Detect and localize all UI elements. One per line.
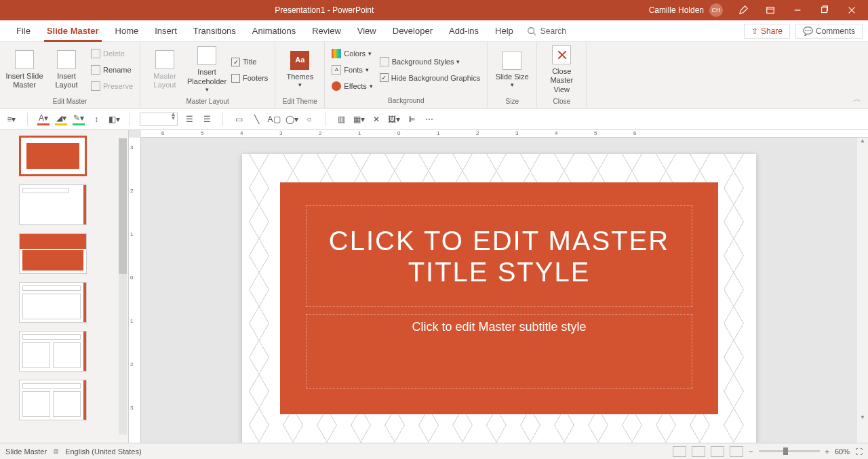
layout-thumb-1[interactable]	[19, 136, 87, 176]
zoom-in-button[interactable]: +	[825, 447, 829, 456]
tab-file[interactable]: File	[8, 20, 39, 42]
zoom-level[interactable]: 60%	[835, 447, 850, 456]
chart-button[interactable]: ▥	[335, 113, 347, 125]
distribute-button[interactable]: ⊫	[406, 113, 418, 125]
layout-thumb-6[interactable]	[19, 380, 87, 420]
slide[interactable]: Click to edit Master title style Click t…	[242, 154, 756, 443]
zoom-out-button[interactable]: −	[749, 447, 753, 456]
bg-styles-icon	[380, 57, 389, 66]
shapes-dropdown[interactable]: ◯▾	[285, 113, 298, 125]
accessibility-icon[interactable]: ⧈	[54, 447, 58, 456]
picture-button[interactable]: 🖼▾	[388, 113, 400, 125]
status-bar: Slide Master ⧈ English (United States) −…	[0, 443, 868, 459]
normal-view-button[interactable]	[673, 446, 686, 457]
arrange-button[interactable]: ◧▾	[108, 113, 120, 125]
user-avatar[interactable]: CH	[709, 3, 723, 17]
crop-button[interactable]: ✕	[370, 113, 382, 125]
preserve-icon	[91, 81, 100, 91]
slide-size-icon	[502, 51, 521, 70]
title-placeholder[interactable]: Click to edit Master title style	[306, 205, 692, 307]
collapse-ribbon-button[interactable]: ︿	[853, 94, 861, 105]
font-color-button[interactable]: A▾	[37, 113, 50, 125]
tab-animations[interactable]: Animations	[244, 20, 304, 42]
colors-button[interactable]: Colors▾	[330, 46, 374, 61]
bg-styles-button[interactable]: Background Styles▾	[378, 54, 481, 69]
tab-addins[interactable]: Add-ins	[441, 20, 487, 42]
insert-layout-button[interactable]: Insert Layout	[47, 45, 85, 95]
canvas[interactable]: Click to edit Master title style Click t…	[141, 138, 857, 443]
footers-checkbox[interactable]: Footers	[230, 71, 269, 85]
sort-button[interactable]: ↕	[90, 113, 102, 125]
line-weight-select[interactable]	[140, 113, 178, 126]
textbox-shape[interactable]: A▢	[268, 113, 280, 125]
title-bar: Presentation1 - PowerPoint Camille Holde…	[0, 0, 868, 20]
slideshow-button[interactable]	[730, 446, 743, 457]
master-layout-icon	[155, 50, 174, 69]
svg-rect-0	[767, 7, 774, 14]
editor-vertical-scrollbar[interactable]: ▲▼	[857, 138, 868, 443]
hide-bg-checkbox[interactable]: ✓Hide Background Graphics	[378, 71, 481, 85]
tab-home[interactable]: Home	[107, 20, 147, 42]
search-icon	[527, 26, 536, 36]
layout-thumb-5[interactable]	[19, 331, 87, 372]
more-toolbar-button[interactable]: ⋯	[423, 113, 435, 125]
effects-button[interactable]: Effects▾	[330, 79, 374, 94]
zoom-slider[interactable]	[759, 450, 820, 452]
tab-review[interactable]: Review	[304, 20, 349, 42]
highlight-button[interactable]: ◢▾	[55, 113, 67, 125]
fonts-icon: A	[332, 65, 341, 75]
pen-color-button[interactable]: ✎▾	[73, 113, 85, 125]
tab-help[interactable]: Help	[487, 20, 521, 42]
reading-view-button[interactable]	[711, 446, 724, 457]
table-button[interactable]: ▦▾	[353, 113, 365, 125]
align-center-button[interactable]: ☰	[201, 113, 213, 125]
maximize-icon[interactable]	[811, 0, 838, 20]
minimize-icon[interactable]	[784, 0, 811, 20]
fonts-button[interactable]: AFonts▾	[330, 62, 374, 77]
themes-icon: Aa	[290, 51, 309, 70]
pen-icon[interactable]	[730, 0, 757, 20]
group-background: Colors▾ AFonts▾ Effects▾ Background Styl…	[325, 42, 488, 108]
layout-thumb-4[interactable]	[19, 282, 87, 323]
ribbon-tabs: File Slide Master Home Insert Transition…	[0, 20, 868, 42]
share-button[interactable]: ⇧Share	[744, 24, 790, 39]
tab-transitions[interactable]: Transitions	[185, 20, 244, 42]
svg-point-2	[528, 27, 534, 33]
placeholder-icon	[197, 46, 216, 65]
tell-me-search[interactable]: Search	[527, 26, 566, 36]
align-left-button[interactable]: ☰	[183, 113, 195, 125]
thumbnail-panel	[0, 130, 129, 443]
tab-insert[interactable]: Insert	[146, 20, 185, 42]
slide-sorter-button[interactable]	[692, 446, 705, 457]
ribbon: Insert Slide Master Insert Layout Delete…	[0, 42, 868, 108]
circle-shape[interactable]: ○	[303, 113, 315, 125]
delete-icon	[91, 49, 100, 58]
tab-developer[interactable]: Developer	[384, 20, 441, 42]
slide-size-button[interactable]: Slide Size▾	[493, 45, 531, 95]
effects-icon	[332, 81, 341, 91]
align-dropdown[interactable]: ≡▾	[5, 113, 18, 125]
line-shape[interactable]: ╲	[250, 113, 262, 125]
close-master-icon	[552, 45, 571, 64]
ribbon-options-icon[interactable]	[757, 0, 784, 20]
comments-button[interactable]: 💬Comments	[795, 24, 863, 39]
tab-view[interactable]: View	[349, 20, 384, 42]
user-name[interactable]: Camille Holden	[649, 5, 704, 15]
language-label[interactable]: English (United States)	[65, 447, 142, 456]
layout-thumb-2[interactable]	[19, 184, 87, 225]
tab-slide-master[interactable]: Slide Master	[39, 20, 107, 42]
colors-icon	[332, 49, 341, 58]
rename-button[interactable]: Rename	[90, 62, 134, 77]
title-checkbox[interactable]: ✓Title	[230, 54, 269, 69]
subtitle-placeholder[interactable]: Click to edit Master subtitle style	[306, 314, 692, 388]
layout-thumb-3[interactable]	[19, 233, 87, 274]
thumbnail-scrollbar[interactable]	[117, 130, 128, 443]
close-master-view-button[interactable]: Close Master View	[542, 45, 580, 95]
fit-to-window-button[interactable]: ⛶	[855, 447, 863, 456]
rectangle-shape[interactable]: ▭	[233, 113, 245, 125]
insert-placeholder-button[interactable]: Insert Placeholder▾	[188, 45, 226, 95]
quick-toolbar: ≡▾ A▾ ◢▾ ✎▾ ↕ ◧▾ ☰ ☰ ▭ ╲ A▢ ◯▾ ○ ▥ ▦▾ ✕ …	[0, 108, 868, 130]
insert-slide-master-button[interactable]: Insert Slide Master	[5, 45, 43, 95]
close-icon[interactable]	[838, 0, 865, 20]
themes-button[interactable]: AaThemes▾	[281, 45, 319, 95]
